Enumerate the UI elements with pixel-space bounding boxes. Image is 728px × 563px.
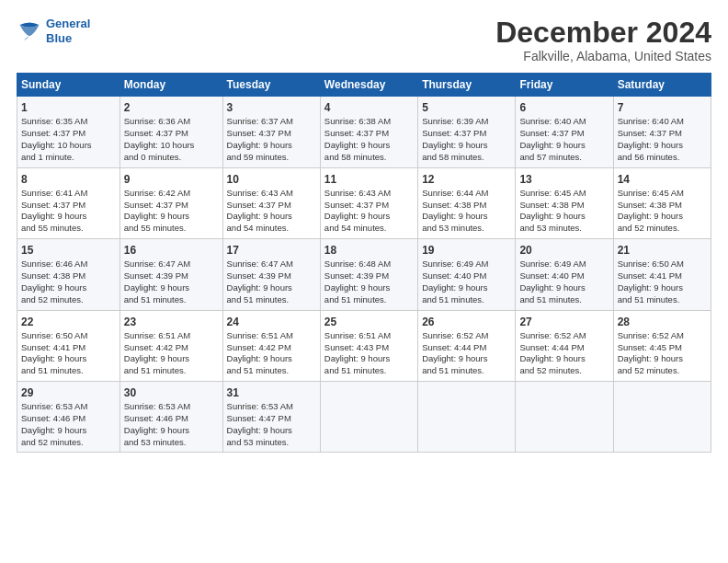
logo-text: General Blue [46, 17, 90, 45]
day-info: Sunrise: 6:45 AM Sunset: 4:38 PM Dayligh… [618, 188, 707, 235]
subtitle: Falkville, Alabama, United States [495, 49, 711, 63]
day-number: 8 [21, 172, 116, 187]
day-info: Sunrise: 6:35 AM Sunset: 4:37 PM Dayligh… [21, 116, 116, 163]
day-info: Sunrise: 6:52 AM Sunset: 4:44 PM Dayligh… [422, 330, 511, 377]
day-cell: 9Sunrise: 6:42 AM Sunset: 4:37 PM Daylig… [119, 167, 222, 238]
day-number: 13 [519, 172, 609, 187]
day-cell: 27Sunrise: 6:52 AM Sunset: 4:44 PM Dayli… [516, 310, 613, 381]
header-wednesday: Wednesday [320, 74, 417, 97]
day-number: 23 [124, 315, 219, 329]
day-cell: 24Sunrise: 6:51 AM Sunset: 4:42 PM Dayli… [222, 310, 320, 381]
day-info: Sunrise: 6:42 AM Sunset: 4:37 PM Dayligh… [124, 188, 219, 235]
day-info: Sunrise: 6:38 AM Sunset: 4:37 PM Dayligh… [324, 116, 414, 163]
day-number: 25 [324, 315, 414, 329]
day-info: Sunrise: 6:47 AM Sunset: 4:39 PM Dayligh… [227, 259, 316, 305]
day-number: 15 [21, 243, 116, 258]
day-cell: 4Sunrise: 6:38 AM Sunset: 4:37 PM Daylig… [320, 97, 417, 167]
day-cell: 17Sunrise: 6:47 AM Sunset: 4:39 PM Dayli… [222, 239, 320, 310]
main-title: December 2024 [495, 17, 711, 49]
day-cell: 3Sunrise: 6:37 AM Sunset: 4:37 PM Daylig… [222, 97, 320, 167]
day-cell: 15Sunrise: 6:46 AM Sunset: 4:38 PM Dayli… [17, 239, 120, 310]
day-cell: 20Sunrise: 6:49 AM Sunset: 4:40 PM Dayli… [516, 239, 613, 310]
day-number: 6 [519, 100, 609, 115]
logo: General Blue [17, 17, 90, 45]
day-cell: 10Sunrise: 6:43 AM Sunset: 4:37 PM Dayli… [222, 167, 320, 238]
day-cell: 13Sunrise: 6:45 AM Sunset: 4:38 PM Dayli… [516, 167, 613, 238]
day-info: Sunrise: 6:39 AM Sunset: 4:37 PM Dayligh… [422, 116, 511, 163]
day-info: Sunrise: 6:43 AM Sunset: 4:37 PM Dayligh… [227, 188, 316, 235]
day-info: Sunrise: 6:36 AM Sunset: 4:37 PM Dayligh… [124, 116, 219, 163]
day-number: 3 [227, 100, 316, 115]
day-number: 2 [124, 100, 219, 115]
day-cell: 1Sunrise: 6:35 AM Sunset: 4:37 PM Daylig… [17, 97, 120, 167]
day-info: Sunrise: 6:41 AM Sunset: 4:37 PM Dayligh… [21, 188, 116, 235]
day-cell: 31Sunrise: 6:53 AM Sunset: 4:47 PM Dayli… [222, 381, 320, 452]
day-number: 30 [124, 385, 219, 400]
page: General Blue December 2024 Falkville, Al… [0, 0, 728, 563]
day-info: Sunrise: 6:51 AM Sunset: 4:42 PM Dayligh… [124, 330, 219, 377]
day-number: 14 [618, 172, 707, 187]
header-thursday: Thursday [418, 74, 516, 97]
day-cell: 5Sunrise: 6:39 AM Sunset: 4:37 PM Daylig… [418, 97, 516, 167]
day-number: 12 [422, 172, 511, 187]
day-cell: 14Sunrise: 6:45 AM Sunset: 4:38 PM Dayli… [613, 167, 711, 238]
day-info: Sunrise: 6:51 AM Sunset: 4:42 PM Dayligh… [227, 330, 316, 377]
day-info: Sunrise: 6:45 AM Sunset: 4:38 PM Dayligh… [519, 188, 609, 235]
header-sunday: Sunday [17, 74, 120, 97]
day-cell [320, 381, 417, 452]
day-number: 7 [618, 100, 707, 115]
day-number: 21 [618, 243, 707, 258]
logo-line2: Blue [46, 31, 72, 45]
week-row-5: 29Sunrise: 6:53 AM Sunset: 4:46 PM Dayli… [17, 381, 711, 452]
day-info: Sunrise: 6:50 AM Sunset: 4:41 PM Dayligh… [618, 259, 707, 305]
day-cell: 28Sunrise: 6:52 AM Sunset: 4:45 PM Dayli… [613, 310, 711, 381]
day-cell: 25Sunrise: 6:51 AM Sunset: 4:43 PM Dayli… [320, 310, 417, 381]
day-info: Sunrise: 6:49 AM Sunset: 4:40 PM Dayligh… [519, 259, 609, 305]
day-info: Sunrise: 6:43 AM Sunset: 4:37 PM Dayligh… [324, 188, 414, 235]
day-cell: 29Sunrise: 6:53 AM Sunset: 4:46 PM Dayli… [17, 381, 120, 452]
day-number: 9 [124, 172, 219, 187]
day-number: 1 [21, 100, 116, 115]
logo-icon [17, 18, 42, 44]
day-info: Sunrise: 6:40 AM Sunset: 4:37 PM Dayligh… [519, 116, 609, 163]
day-number: 4 [324, 100, 414, 115]
day-info: Sunrise: 6:44 AM Sunset: 4:38 PM Dayligh… [422, 188, 511, 235]
day-cell: 19Sunrise: 6:49 AM Sunset: 4:40 PM Dayli… [418, 239, 516, 310]
day-cell [418, 381, 516, 452]
day-info: Sunrise: 6:52 AM Sunset: 4:45 PM Dayligh… [618, 330, 707, 377]
day-info: Sunrise: 6:53 AM Sunset: 4:46 PM Dayligh… [21, 401, 116, 448]
header-friday: Friday [516, 74, 613, 97]
day-info: Sunrise: 6:53 AM Sunset: 4:46 PM Dayligh… [124, 401, 219, 448]
day-info: Sunrise: 6:53 AM Sunset: 4:47 PM Dayligh… [227, 401, 316, 448]
header-saturday: Saturday [613, 74, 711, 97]
day-cell: 8Sunrise: 6:41 AM Sunset: 4:37 PM Daylig… [17, 167, 120, 238]
day-cell: 23Sunrise: 6:51 AM Sunset: 4:42 PM Dayli… [119, 310, 222, 381]
day-info: Sunrise: 6:37 AM Sunset: 4:37 PM Dayligh… [227, 116, 316, 163]
day-cell: 12Sunrise: 6:44 AM Sunset: 4:38 PM Dayli… [418, 167, 516, 238]
day-number: 10 [227, 172, 316, 187]
day-cell: 26Sunrise: 6:52 AM Sunset: 4:44 PM Dayli… [418, 310, 516, 381]
day-number: 16 [124, 243, 219, 258]
day-number: 22 [21, 315, 116, 329]
day-cell: 22Sunrise: 6:50 AM Sunset: 4:41 PM Dayli… [17, 310, 120, 381]
day-number: 27 [519, 315, 609, 329]
calendar-table: SundayMondayTuesdayWednesdayThursdayFrid… [17, 73, 711, 453]
day-number: 19 [422, 243, 511, 258]
day-info: Sunrise: 6:50 AM Sunset: 4:41 PM Dayligh… [21, 330, 116, 377]
day-cell: 6Sunrise: 6:40 AM Sunset: 4:37 PM Daylig… [516, 97, 613, 167]
day-number: 18 [324, 243, 414, 258]
day-info: Sunrise: 6:52 AM Sunset: 4:44 PM Dayligh… [519, 330, 609, 377]
day-cell: 18Sunrise: 6:48 AM Sunset: 4:39 PM Dayli… [320, 239, 417, 310]
day-number: 29 [21, 385, 116, 400]
day-cell: 7Sunrise: 6:40 AM Sunset: 4:37 PM Daylig… [613, 97, 711, 167]
day-number: 24 [227, 315, 316, 329]
day-cell [516, 381, 613, 452]
week-row-2: 8Sunrise: 6:41 AM Sunset: 4:37 PM Daylig… [17, 167, 711, 238]
day-cell: 16Sunrise: 6:47 AM Sunset: 4:39 PM Dayli… [119, 239, 222, 310]
day-number: 28 [618, 315, 707, 329]
header-monday: Monday [119, 74, 222, 97]
header-tuesday: Tuesday [222, 74, 320, 97]
title-area: December 2024 Falkville, Alabama, United… [495, 17, 711, 63]
header: General Blue December 2024 Falkville, Al… [17, 17, 711, 63]
day-number: 20 [519, 243, 609, 258]
